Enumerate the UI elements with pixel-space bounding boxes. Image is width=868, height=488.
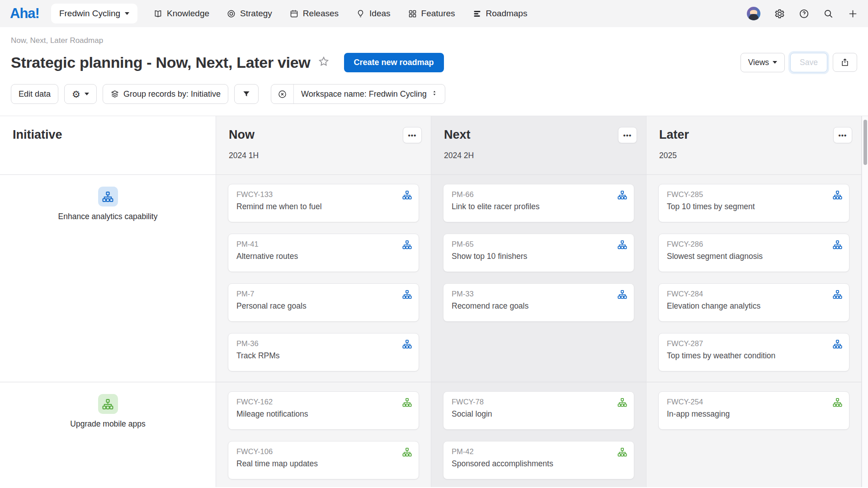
workspace-selector[interactable]: Fredwin Cycling [51,4,137,23]
card-id: PM-42 [452,447,626,456]
bars-icon [472,9,482,19]
filter-button[interactable] [234,84,259,104]
initiative-name: Enhance analytics capability [58,212,158,221]
record-card[interactable]: FWCY-133 Remind me when to fuel [228,184,419,222]
aha-roadmap-app: Aha! Fredwin Cycling Knowledge Strategy … [0,0,868,488]
record-card[interactable]: FWCY-285 Top 10 times by segment [658,184,849,222]
views-button[interactable]: Views [741,53,785,72]
grid-icon [408,9,417,19]
sitemap-icon [833,339,842,349]
sitemap-icon [402,398,412,407]
card-id: FWCY-106 [236,447,410,456]
nav-item-features[interactable]: Features [399,9,464,19]
plus-icon[interactable] [847,8,858,19]
column-title: Next [444,128,636,142]
save-button[interactable]: Save [790,53,827,72]
nav-item-label: Strategy [240,9,272,19]
record-card[interactable]: PM-42 Sponsored accomplishments [443,441,634,479]
record-card[interactable]: FWCY-287 Top times by weather condition [658,333,849,371]
card-title: Sponsored accomplishments [452,459,626,469]
help-icon[interactable] [798,8,809,19]
column-menu-button[interactable]: ••• [403,127,422,143]
card-title: Recomend race goals [452,301,626,311]
initiative-name: Upgrade mobile apps [70,419,145,429]
record-card[interactable]: FWCY-286 Slowest segment diagnosis [658,234,849,272]
vertical-scrollbar[interactable] [862,116,868,487]
record-card[interactable]: FWCY-78 Social login [443,391,634,430]
column-later-header: Later ••• 2025 [646,116,861,175]
view-settings-button[interactable]: ⚙ [64,84,97,104]
views-button-label: Views [748,58,769,67]
card-title: Remind me when to fuel [236,202,410,211]
record-card[interactable]: PM-66 Link to elite racer profiles [443,184,634,222]
layers-icon [110,89,119,99]
column-menu-button[interactable]: ••• [833,127,852,143]
column-next: Next ••• 2024 2H PM-66 Link to elite rac… [431,116,646,487]
card-title: Alternative routes [236,252,410,261]
settings-gear-icon[interactable] [774,8,785,19]
record-card[interactable]: FWCY-254 In-app messaging [658,391,849,430]
sitemap-icon [618,240,627,249]
user-avatar[interactable] [747,7,760,20]
book-icon [153,9,163,19]
sort-updown-icon [431,89,438,99]
initiative-column: Initiative Enhance analytics capability … [0,116,216,487]
initiative-header-title: Initiative [13,128,206,142]
nav-item-knowledge[interactable]: Knowledge [145,9,218,19]
initiative-icon-badge [98,187,118,206]
view-toolbar: Edit data ⚙ Group records by: Initiative… [11,84,857,104]
record-card[interactable]: PM-33 Recomend race goals [443,283,634,322]
card-title: Top times by weather condition [667,351,841,361]
card-title: Real time map updates [236,459,410,469]
record-card[interactable]: PM-41 Alternative routes [228,234,419,272]
card-title: Top 10 times by segment [667,202,841,211]
sitemap-icon [618,190,627,200]
sitemap-icon [618,398,627,407]
record-card[interactable]: PM-36 Track RPMs [228,333,419,371]
primary-nav: Knowledge Strategy Releases Ideas Featur… [145,9,536,19]
scrollbar-thumb[interactable] [863,120,867,165]
record-card[interactable]: FWCY-106 Real time map updates [228,441,419,479]
card-id: FWCY-133 [236,190,410,199]
chevron-down-icon [773,61,777,64]
card-title: Mileage notifications [236,409,410,419]
card-id: PM-65 [452,240,626,249]
chevron-down-icon [125,12,129,15]
record-card[interactable]: FWCY-284 Elevation change analytics [658,283,849,322]
share-button[interactable] [833,53,857,72]
column-now-header: Now ••• 2024 1H [216,116,431,175]
card-title: Slowest segment diagnosis [667,252,841,261]
favorite-star-icon[interactable] [318,56,330,69]
card-list: FWCY-133 Remind me when to fuel PM-41 Al… [216,175,431,382]
nav-item-ideas[interactable]: Ideas [347,9,399,19]
search-icon[interactable] [823,8,834,19]
record-card[interactable]: FWCY-162 Mileage notifications [228,391,419,430]
column-later: Later ••• 2025 FWCY-285 Top 10 times by … [646,116,862,487]
card-id: FWCY-162 [236,398,410,406]
sitemap-icon [402,339,412,349]
aha-logo[interactable]: Aha! [10,5,39,22]
create-new-roadmap-button[interactable]: Create new roadmap [344,53,444,72]
card-id: FWCY-286 [667,240,841,249]
card-id: PM-36 [236,339,410,348]
remove-filter-button[interactable] [271,84,294,103]
nav-item-strategy[interactable]: Strategy [218,9,281,19]
nav-item-roadmaps[interactable]: Roadmaps [464,9,536,19]
card-title: Link to elite racer profiles [452,202,626,211]
nav-item-releases[interactable]: Releases [281,9,347,19]
group-records-button[interactable]: Group records by: Initiative [103,84,228,104]
initiative-cell[interactable]: Upgrade mobile apps [0,382,216,487]
column-subtitle: 2025 [659,151,851,160]
sitemap-icon [618,290,627,299]
card-id: PM-7 [236,290,410,298]
initiative-cell[interactable]: Enhance analytics capability [0,175,216,382]
initiative-column-header: Initiative [0,116,216,175]
card-id: FWCY-285 [667,190,841,199]
record-card[interactable]: PM-7 Personal race goals [228,283,419,322]
workspace-selector-label: Fredwin Cycling [59,9,120,19]
edit-data-button[interactable]: Edit data [11,84,58,104]
card-id: PM-41 [236,240,410,249]
record-card[interactable]: PM-65 Show top 10 finishers [443,234,634,272]
column-menu-button[interactable]: ••• [618,127,637,143]
workspace-filter-value[interactable]: Workspace name: Fredwin Cycling [294,84,445,103]
